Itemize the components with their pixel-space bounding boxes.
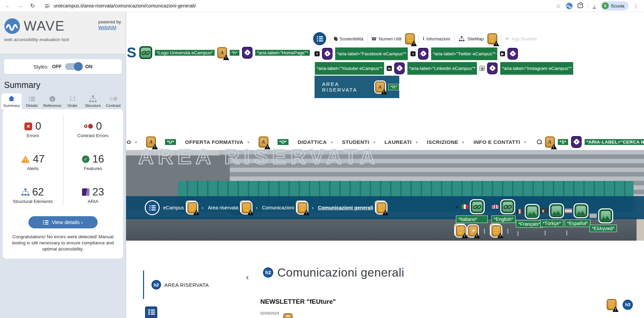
youtube-icon[interactable]: ▶	[500, 51, 505, 56]
nav-item-laureati[interactable]: LAUREATI	[384, 139, 418, 145]
wave-image-alt-icon[interactable]	[526, 205, 539, 218]
breadcrumb-separator: ›	[312, 205, 314, 210]
flag-turkey-icon[interactable]	[540, 208, 548, 213]
toggle-knob[interactable]	[74, 62, 83, 71]
summary-stats-card: ✕0 Errors 0 Contrast Errors 47 Alerts ✓1…	[3, 109, 123, 259]
tab-contrast[interactable]: Contrast	[103, 93, 123, 109]
wave-list-structure-icon[interactable]	[313, 32, 326, 45]
forward-icon[interactable]: →	[16, 1, 25, 11]
collapse-chevron-icon[interactable]: ‹	[246, 273, 249, 282]
wave-external-link-alert-icon[interactable]: ↗	[468, 225, 478, 237]
wave-image-alt-icon[interactable]	[550, 204, 563, 217]
graduation-cap-icon	[505, 37, 509, 40]
wave-alert-icon[interactable]: ☝	[456, 225, 466, 237]
wave-blockquote-structure-icon[interactable]	[145, 306, 157, 318]
wave-alert-icon[interactable]: ☝	[242, 202, 251, 213]
wave-aria-tag-icon[interactable]	[394, 62, 405, 74]
wave-alert-icon[interactable]: ☝	[187, 202, 197, 213]
styles-toggle[interactable]	[65, 63, 82, 70]
stat-aria: 23 ARIA	[63, 186, 123, 204]
back-icon[interactable]: ←	[3, 1, 13, 11]
nav-item-ateneo[interactable]: O	[127, 139, 137, 145]
wave-image-alt-icon[interactable]	[599, 209, 612, 222]
wave-alert-icon[interactable]: A	[545, 136, 555, 148]
wave-alert-icon[interactable]: ☝	[298, 202, 307, 213]
wave-list-structure-icon[interactable]	[146, 201, 159, 214]
downloads-icon[interactable]: ↓	[593, 3, 596, 8]
wave-aria-tag-icon[interactable]	[418, 48, 428, 60]
nav-informazioni[interactable]: iInformazioni	[423, 36, 450, 41]
refresh-icon[interactable]: ↻	[28, 1, 37, 11]
tab-details[interactable]: Details	[22, 93, 42, 109]
breadcrumb-item-comunicazioni[interactable]: Comunicazioni ☝	[262, 202, 307, 213]
wave-alert-icon[interactable]: ☝	[487, 33, 497, 44]
wave-linked-image-icon[interactable]	[471, 200, 484, 213]
wave-alert-icon[interactable]: A	[217, 47, 227, 58]
h2-badge[interactable]: h2	[263, 267, 273, 278]
facebook-icon[interactable]: f	[315, 51, 320, 56]
nav-sostenibilita[interactable]: Sostenibilità	[334, 36, 363, 41]
wave-tagline: web accessibility evaluation tool	[4, 37, 122, 42]
flag-italy-icon[interactable]	[461, 204, 468, 209]
search-icon[interactable]	[537, 139, 542, 145]
area-riservata-button[interactable]: AREA RISERVATA A *R*	[315, 76, 399, 98]
linkedin-icon[interactable]: in	[387, 66, 392, 71]
lang-turkce: *Türkçe* |	[540, 204, 563, 236]
wave-aria-tag-icon[interactable]	[507, 48, 518, 60]
profile-chip[interactable]: E Scuola	[601, 1, 628, 11]
nav-sitemap[interactable]: SiteMap	[458, 35, 484, 42]
extensions-icon[interactable]	[578, 3, 583, 8]
wave-linked-image-icon[interactable]	[139, 46, 152, 59]
flag-uk-icon[interactable]	[491, 204, 499, 209]
view-details-button[interactable]: View details ›	[28, 216, 98, 228]
lang-italiano: ▶ *Italiano* ☝↗|	[456, 200, 488, 237]
wave-alert-icon[interactable]: ☝	[377, 202, 386, 213]
address-bar[interactable]: uniecampus.it/area-riservata/comunicazio…	[45, 3, 556, 8]
menu-kebab-icon[interactable]: ⋮	[633, 3, 639, 9]
flag-spain-icon[interactable]	[565, 208, 572, 213]
tab-structure[interactable]: Structure	[83, 93, 103, 109]
webaim-link[interactable]: WebAIM	[98, 25, 116, 30]
article-title[interactable]: NEWSLETTER "fEUture"	[260, 298, 336, 305]
wave-alt-label: *Français*	[516, 220, 543, 228]
h2-badge[interactable]: h2	[152, 280, 161, 289]
breadcrumb-item-ecampus[interactable]: eCampus ☝	[163, 202, 197, 213]
flag-france-icon[interactable]	[516, 209, 523, 214]
nav-item-iscrizione[interactable]: ISCRIZIONE	[427, 139, 464, 145]
wave-aria-tag-icon[interactable]	[487, 62, 498, 74]
breadcrumb-item-area-riservata[interactable]: Area riservata ☝	[208, 202, 251, 213]
lang-english: *English* ☝|	[491, 200, 516, 237]
bookmark-icon[interactable]: ☆	[556, 2, 561, 10]
wave-linked-image-icon[interactable]	[501, 200, 514, 213]
wave-aria-tag-icon[interactable]	[322, 48, 333, 60]
h3-badge[interactable]: h3	[623, 300, 633, 310]
tab-summary[interactable]: Summary	[1, 93, 22, 109]
nav-app-studenti[interactable]: App Studenti	[505, 36, 537, 41]
wave-alert-icon-clipped[interactable]	[283, 313, 293, 318]
url-text[interactable]: uniecampus.it/area-riservata/comunicazio…	[54, 3, 196, 8]
wave-alert-icon[interactable]: ☝	[405, 33, 415, 44]
tab-reference[interactable]: i Reference	[42, 93, 62, 109]
wave-label: *R*	[388, 84, 399, 90]
nav-numeri-utili[interactable]: ☎Numeri Utili	[371, 36, 401, 41]
wave-aria-tag-icon[interactable]	[242, 47, 253, 59]
side-menu-area-riservata[interactable]: h2 AREA RISERVATA ‹	[143, 270, 249, 299]
ecampus-logo-fragment[interactable]: S	[127, 46, 136, 59]
nav-item-info-e-contatti[interactable]: INFO E CONTATTI	[474, 139, 527, 145]
tab-order[interactable]: 1→23→4 Order	[62, 93, 83, 109]
site-info-icon[interactable]	[45, 3, 50, 8]
instagram-icon[interactable]: ◎	[480, 66, 485, 71]
wave-alert-icon[interactable]: ☝	[607, 299, 617, 310]
flag-greece-icon[interactable]	[589, 213, 597, 218]
breadcrumb-item-comunicazioni-generali[interactable]: Comunicazioni generali ☝	[318, 202, 386, 213]
wave-extension-icon[interactable]	[566, 2, 573, 10]
wave-label: *h*	[229, 50, 240, 56]
wave-alert-icon[interactable]: ☝	[491, 225, 501, 237]
wave-alert-icon[interactable]: A	[375, 81, 385, 93]
toolbar-divider	[588, 3, 588, 9]
twitter-icon[interactable]: t	[410, 51, 416, 56]
wave-aria-tag-icon[interactable]	[571, 136, 582, 148]
screen: ← → ↻ uniecampus.it/area-riservata/comun…	[0, 0, 644, 318]
wave-image-alt-icon[interactable]	[575, 204, 587, 217]
stat-structural: 62 Structural Elements	[3, 186, 63, 204]
